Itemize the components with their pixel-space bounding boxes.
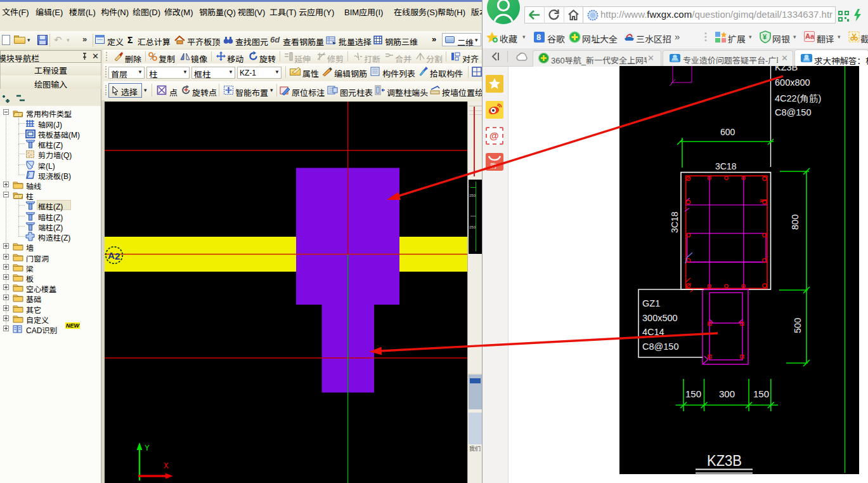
svg-text:300x500: 300x500 [642, 313, 678, 323]
svg-text:4C14: 4C14 [642, 327, 664, 337]
svg-text:3C18: 3C18 [715, 161, 737, 171]
svg-text:600x800: 600x800 [775, 77, 810, 88]
svg-text:Y: Y [145, 444, 150, 453]
svg-text:4C22(角筋): 4C22(角筋) [775, 93, 821, 103]
svg-text:A: A [108, 250, 115, 261]
svg-text:GZ1: GZ1 [642, 298, 660, 308]
svg-text:800: 800 [790, 215, 800, 230]
svg-text:X: X [164, 461, 169, 471]
svg-text:¥: ¥ [763, 33, 767, 41]
svg-text:500: 500 [793, 318, 803, 333]
svg-text:600: 600 [720, 127, 735, 137]
svg-text:KZ3B: KZ3B [775, 66, 798, 72]
svg-text:300: 300 [719, 388, 735, 399]
svg-text:C8@150: C8@150 [642, 341, 678, 352]
svg-text:150: 150 [685, 388, 701, 399]
svg-text:3C18: 3C18 [670, 211, 680, 233]
svg-text:2: 2 [115, 251, 120, 261]
svg-text:C8@150: C8@150 [775, 107, 811, 117]
svg-text:150: 150 [753, 388, 769, 399]
svg-text:KZ3B: KZ3B [707, 452, 742, 469]
